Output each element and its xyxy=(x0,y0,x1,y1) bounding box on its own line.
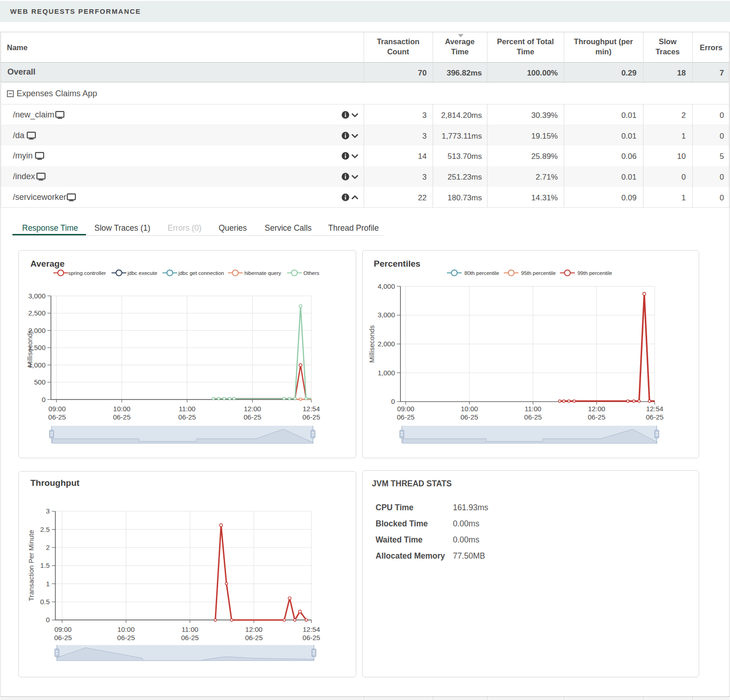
svg-text:11:00: 11:00 xyxy=(179,405,195,413)
svg-text:12:54: 12:54 xyxy=(646,405,664,413)
svg-text:10:00: 10:00 xyxy=(117,625,135,633)
svg-text:10:00: 10:00 xyxy=(113,405,131,413)
svg-text:Transaction Per Minute: Transaction Per Minute xyxy=(27,530,35,601)
svg-text:06-25: 06-25 xyxy=(524,413,542,421)
svg-text:06-25: 06-25 xyxy=(302,413,320,421)
svg-text:06-25: 06-25 xyxy=(397,413,414,421)
svg-text:06-25: 06-25 xyxy=(117,634,135,642)
svg-text:1: 1 xyxy=(46,580,50,588)
svg-text:06-25: 06-25 xyxy=(302,634,320,642)
svg-text:09:00: 09:00 xyxy=(54,625,72,633)
svg-text:99th percentile: 99th percentile xyxy=(577,270,612,276)
svg-text:3,000: 3,000 xyxy=(28,292,46,300)
svg-text:09:00: 09:00 xyxy=(397,405,415,413)
svg-text:1,000: 1,000 xyxy=(377,369,395,377)
svg-text:06-25: 06-25 xyxy=(48,413,66,421)
svg-text:10:00: 10:00 xyxy=(461,405,478,413)
svg-text:3,000: 3,000 xyxy=(377,311,395,319)
svg-text:500: 500 xyxy=(34,378,46,386)
svg-text:12:00: 12:00 xyxy=(588,405,605,413)
svg-text:12:00: 12:00 xyxy=(245,625,263,633)
svg-text:2,000: 2,000 xyxy=(377,340,395,348)
svg-text:12:54: 12:54 xyxy=(303,625,320,633)
svg-text:Milliseconds: Milliseconds xyxy=(368,325,376,363)
svg-text:06-25: 06-25 xyxy=(54,634,72,642)
svg-text:0: 0 xyxy=(391,397,395,405)
svg-text:0: 0 xyxy=(46,616,50,624)
svg-text:95th percentile: 95th percentile xyxy=(521,270,556,276)
svg-text:jdbc execute: jdbc execute xyxy=(127,270,157,276)
svg-text:0: 0 xyxy=(42,396,46,403)
svg-text:06-25: 06-25 xyxy=(461,413,478,421)
svg-text:11:00: 11:00 xyxy=(525,405,541,413)
svg-text:2,500: 2,500 xyxy=(28,309,46,317)
svg-text:12:54: 12:54 xyxy=(303,405,320,413)
svg-text:11:00: 11:00 xyxy=(181,625,198,633)
svg-text:06-25: 06-25 xyxy=(181,634,199,642)
svg-text:spring controller: spring controller xyxy=(68,270,106,276)
svg-text:hibernate query: hibernate query xyxy=(244,270,281,276)
svg-text:06-25: 06-25 xyxy=(243,413,261,421)
svg-text:12:00: 12:00 xyxy=(244,405,261,413)
svg-text:06-25: 06-25 xyxy=(588,413,605,421)
svg-text:09:00: 09:00 xyxy=(48,405,66,413)
svg-text:1.5: 1.5 xyxy=(40,561,50,569)
svg-text:0.5: 0.5 xyxy=(40,598,50,606)
svg-text:Milliseconds: Milliseconds xyxy=(26,330,34,368)
svg-text:2: 2 xyxy=(46,543,50,551)
svg-text:4,000: 4,000 xyxy=(377,282,395,290)
svg-text:jdbc get connection: jdbc get connection xyxy=(178,270,224,276)
svg-text:Others: Others xyxy=(303,270,319,276)
svg-text:80th percentile: 80th percentile xyxy=(464,270,499,276)
svg-text:2.5: 2.5 xyxy=(40,525,50,533)
svg-text:06-25: 06-25 xyxy=(245,634,262,642)
svg-text:3: 3 xyxy=(46,507,50,515)
svg-text:06-25: 06-25 xyxy=(113,413,130,421)
svg-text:06-25: 06-25 xyxy=(646,413,663,421)
svg-text:06-25: 06-25 xyxy=(178,413,196,421)
